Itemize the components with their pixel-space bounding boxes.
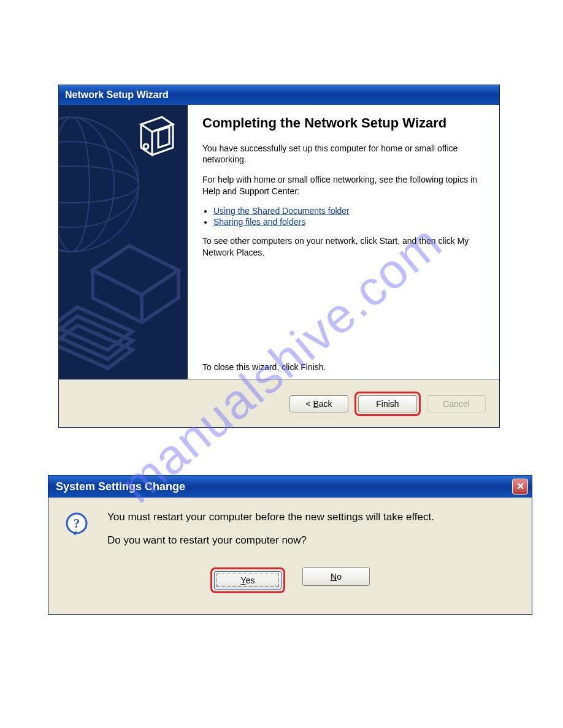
svg-point-0 xyxy=(59,117,139,252)
yes-hotkey: Y xyxy=(241,575,246,585)
back-button[interactable]: < Back xyxy=(289,395,348,412)
wizard-heading: Completing the Network Setup Wizard xyxy=(202,115,484,132)
msgbox-buttons: Yes No xyxy=(48,567,532,604)
svg-point-1 xyxy=(59,142,139,227)
msgbox-body: ? You must restart your computer before … xyxy=(48,498,532,567)
back-rest: ack xyxy=(319,399,332,409)
wizard-paragraph-help: For help with home or small office netwo… xyxy=(202,174,484,197)
msgbox-text: You must restart your computer before th… xyxy=(107,511,434,558)
no-rest: o xyxy=(337,572,342,582)
cancel-button: Cancel xyxy=(427,395,486,412)
back-prefix: < xyxy=(305,399,313,409)
svg-text:?: ? xyxy=(74,515,80,531)
link-shared-documents[interactable]: Using the Shared Documents folder xyxy=(213,206,350,216)
wizard-title-text: Network Setup Wizard xyxy=(65,89,169,100)
wizard-paragraph-success: You have successfully set up this comput… xyxy=(202,143,484,166)
close-icon[interactable]: ✕ xyxy=(512,479,528,495)
link-sharing-files[interactable]: Sharing files and folders xyxy=(213,217,305,227)
svg-point-4 xyxy=(59,117,90,252)
msgbox-line2: Do you want to restart your computer now… xyxy=(107,534,434,547)
wizard-help-links: Using the Shared Documents folder Sharin… xyxy=(202,206,484,227)
wizard-close-hint: To close this wizard, click Finish. xyxy=(202,362,326,372)
no-button[interactable]: No xyxy=(302,567,370,586)
finish-button-highlight: Finish xyxy=(354,392,421,416)
yes-button-highlight: Yes xyxy=(210,567,285,593)
msgbox-title-text: System Settings Change xyxy=(56,480,185,493)
yes-button[interactable]: Yes xyxy=(214,571,282,590)
wizard-body: Completing the Network Setup Wizard You … xyxy=(59,105,499,381)
yes-rest: es xyxy=(246,575,255,585)
svg-point-3 xyxy=(59,117,114,252)
msgbox-titlebar[interactable]: System Settings Change ✕ xyxy=(48,476,532,498)
wizard-hero-icon xyxy=(130,113,179,162)
svg-point-5 xyxy=(144,144,148,149)
wizard-content: Completing the Network Setup Wizard You … xyxy=(188,105,499,381)
network-setup-wizard-dialog: Network Setup Wizard xyxy=(58,85,500,428)
wizard-titlebar[interactable]: Network Setup Wizard xyxy=(59,85,499,105)
no-hotkey: N xyxy=(331,572,337,582)
msgbox-line1: You must restart your computer before th… xyxy=(107,511,434,523)
system-settings-change-dialog: System Settings Change ✕ ? You must rest… xyxy=(48,475,532,615)
back-hotkey: B xyxy=(313,399,318,409)
finish-button[interactable]: Finish xyxy=(358,395,417,412)
svg-point-2 xyxy=(59,166,139,203)
wizard-footer: < Back Finish Cancel xyxy=(59,379,499,427)
question-icon: ? xyxy=(64,512,89,537)
wizard-paragraph-network-places: To see other computers on your network, … xyxy=(202,235,484,259)
